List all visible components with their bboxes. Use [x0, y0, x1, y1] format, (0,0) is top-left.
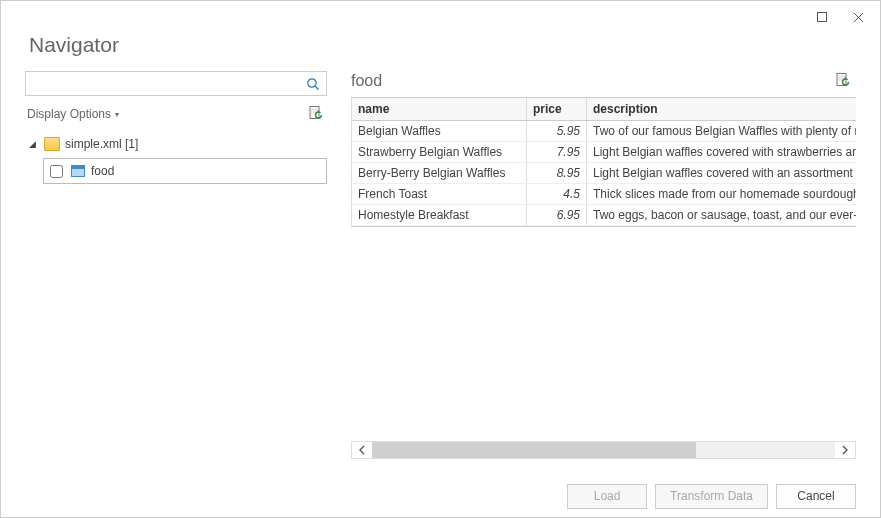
preview-refresh-icon[interactable] [832, 71, 854, 91]
cell-price: 4.5 [527, 183, 587, 204]
cell-price: 7.95 [527, 141, 587, 162]
col-header-description[interactable]: description [587, 98, 857, 120]
table-row[interactable]: Belgian Waffles 5.95 Two of our famous B… [352, 120, 857, 141]
cell-price: 6.95 [527, 204, 587, 225]
search-icon[interactable] [300, 72, 326, 95]
chevron-down-icon: ▾ [115, 110, 119, 119]
cell-description: Thick slices made from our homemade sour… [587, 183, 857, 204]
cell-description: Light Belgian waffles covered with straw… [587, 141, 857, 162]
svg-point-3 [308, 78, 316, 86]
svg-rect-0 [818, 13, 827, 22]
content: Navigator Display Options ▾ [1, 33, 880, 475]
cell-description: Two eggs, bacon or sausage, toast, and o… [587, 204, 857, 225]
display-options-label: Display Options [27, 107, 111, 121]
scroll-left-icon[interactable] [352, 442, 372, 458]
search-input[interactable] [26, 72, 300, 95]
col-header-price[interactable]: price [527, 98, 587, 120]
cell-name: Berry-Berry Belgian Waffles [352, 162, 527, 183]
table-row[interactable]: Strawberry Belgian Waffles 7.95 Light Be… [352, 141, 857, 162]
footer: Load Transform Data Cancel [1, 475, 880, 517]
tree-item-label: food [91, 164, 114, 178]
cell-name: Strawberry Belgian Waffles [352, 141, 527, 162]
close-icon[interactable] [840, 3, 876, 31]
table-icon [71, 165, 85, 177]
tree-item-checkbox[interactable] [50, 165, 63, 178]
collapse-icon[interactable]: ◢ [29, 139, 39, 149]
tree: ◢ simple.xml [1] food [25, 132, 327, 184]
page-title: Navigator [29, 33, 856, 57]
col-header-name[interactable]: name [352, 98, 527, 120]
preview-panel: food [351, 71, 856, 459]
preview-grid: name price description Belgian Waffles 5… [351, 97, 856, 227]
search-box [25, 71, 327, 96]
cell-description: Light Belgian waffles covered with an as… [587, 162, 857, 183]
table-row[interactable]: Homestyle Breakfast 6.95 Two eggs, bacon… [352, 204, 857, 225]
cell-name: Homestyle Breakfast [352, 204, 527, 225]
display-options-dropdown[interactable]: Display Options ▾ [27, 107, 119, 121]
cell-name: Belgian Waffles [352, 120, 527, 141]
tree-root[interactable]: ◢ simple.xml [1] [25, 132, 327, 156]
navigator-window: Navigator Display Options ▾ [0, 0, 881, 518]
scrollbar-track[interactable] [372, 442, 835, 458]
refresh-icon[interactable] [305, 104, 327, 124]
cell-description: Two of our famous Belgian Waffles with p… [587, 120, 857, 141]
cell-name: French Toast [352, 183, 527, 204]
svg-line-4 [315, 86, 318, 89]
table-header-row: name price description [352, 98, 857, 120]
cell-price: 5.95 [527, 120, 587, 141]
titlebar [1, 1, 880, 33]
tree-item-food[interactable]: food [43, 158, 327, 184]
scroll-right-icon[interactable] [835, 442, 855, 458]
load-button[interactable]: Load [567, 484, 647, 509]
cell-price: 8.95 [527, 162, 587, 183]
preview-title: food [351, 72, 382, 90]
table-row[interactable]: Berry-Berry Belgian Waffles 8.95 Light B… [352, 162, 857, 183]
cancel-button[interactable]: Cancel [776, 484, 856, 509]
horizontal-scrollbar[interactable] [351, 441, 856, 459]
maximize-icon[interactable] [804, 3, 840, 31]
table-row[interactable]: French Toast 4.5 Thick slices made from … [352, 183, 857, 204]
transform-data-button[interactable]: Transform Data [655, 484, 768, 509]
left-panel: Display Options ▾ ◢ [25, 71, 327, 459]
scrollbar-thumb[interactable] [372, 442, 696, 458]
folder-icon [44, 137, 60, 151]
tree-root-label: simple.xml [1] [65, 137, 138, 151]
